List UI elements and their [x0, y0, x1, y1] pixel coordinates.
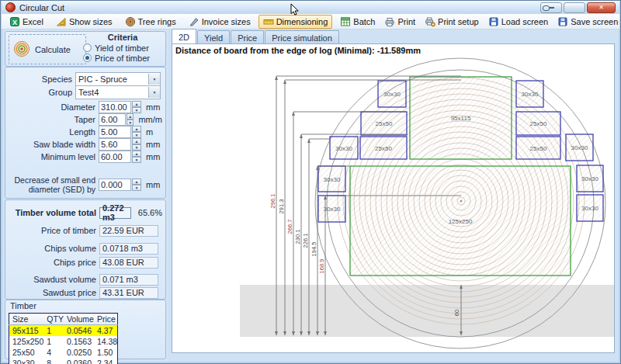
saw-blade-width-input[interactable]: 5.60	[99, 138, 131, 151]
column-header-price[interactable]: Price	[94, 314, 118, 325]
print-setup-button[interactable]: Print setup	[420, 15, 484, 29]
tree-rings-button[interactable]: Tree rings	[120, 15, 181, 29]
window-title: Circular Cut	[19, 3, 64, 12]
svg-text:291.3: 291.3	[278, 199, 285, 214]
svg-text:194.5: 194.5	[310, 242, 317, 257]
timber-volume-percent: 65.6%	[138, 208, 162, 217]
show-sizes-button[interactable]: Show sizes	[51, 15, 117, 29]
svg-text:125x250: 125x250	[449, 218, 473, 225]
batch-icon	[340, 16, 351, 27]
saw-blade-width-label: Saw blade width	[9, 140, 99, 149]
column-header-qty[interactable]: QTY	[43, 314, 64, 325]
radio-price-of-timber[interactable]: Price of timber	[83, 53, 162, 63]
screen: Circular Cut ✕ XExcelShow sizesTree ring…	[0, 0, 621, 364]
print-button[interactable]: Print	[380, 15, 420, 29]
chips-volume-value: 0.0718 m3	[99, 243, 158, 255]
dimensioning-label: Dimensioning	[276, 17, 328, 26]
batch-button[interactable]: Batch	[335, 15, 380, 29]
svg-text:30x30: 30x30	[324, 176, 341, 183]
table-row[interactable]: 25x5040.02501.50	[9, 347, 118, 358]
spin-down-icon[interactable]: ▼	[132, 157, 141, 163]
tab-price-simulation[interactable]: Price simulation	[265, 30, 339, 43]
saw-blade-width-stepper[interactable]: ▲▼	[132, 138, 141, 151]
svg-text:226.1: 226.1	[302, 234, 309, 248]
spin-up-icon[interactable]: ▲	[127, 113, 134, 120]
taper-input[interactable]: 6.00	[99, 113, 126, 126]
spin-down-icon[interactable]: ▼	[132, 144, 141, 151]
taper-stepper[interactable]: ▲▼	[127, 113, 134, 126]
column-header-volume[interactable]: Volume	[64, 314, 94, 325]
spin-up-icon[interactable]: ▲	[132, 126, 141, 132]
diagram-canvas: Distance of board from the edge of log (…	[172, 43, 615, 353]
log-cross-section-diagram: 30x3095x11530x3025x5025x5030x3025x5025x5…	[172, 44, 614, 352]
calculate-button[interactable]: Calculate	[9, 34, 86, 64]
taper-label: Taper	[9, 115, 99, 124]
invoice-sizes-button[interactable]: Invoice sizes	[184, 15, 255, 29]
table-row[interactable]: 95x11510.05464.37	[9, 325, 118, 337]
excel-label: Excel	[23, 17, 43, 26]
calculate-icon	[12, 40, 31, 60]
saw-blade-width-unit: mm	[146, 140, 160, 149]
spin-up-icon[interactable]: ▲	[132, 179, 141, 185]
titlebar: Circular Cut ✕	[2, 1, 619, 14]
main-panel: 2DYieldPricePrice simulation Distance of…	[169, 29, 619, 362]
tab-price[interactable]: Price	[231, 30, 264, 43]
spin-down-icon[interactable]: ▼	[132, 107, 141, 113]
svg-text:25x50: 25x50	[375, 145, 392, 152]
radio-icon[interactable]	[83, 43, 92, 52]
print-setup-label: Print setup	[438, 17, 479, 26]
print-label: Print	[397, 17, 415, 26]
tab-2d[interactable]: 2D	[172, 29, 196, 43]
table-row[interactable]: 125x25010.156314.38	[9, 336, 118, 347]
tree-rings-icon	[125, 16, 136, 27]
group-label: Group	[9, 88, 75, 97]
spin-down-icon[interactable]: ▼	[127, 120, 134, 126]
maximize-button[interactable]	[564, 2, 585, 13]
timber-volume-total-value: 0.272 m3	[99, 207, 131, 219]
parameters-box: SpeciesPIC - Spruce▼GroupTest4▼Diameter3…	[5, 67, 166, 199]
timber-table: SizeQTYVolumePrice95x11510.05464.37125x2…	[9, 313, 118, 364]
sawdust-price-label: Sawdust price	[9, 288, 99, 297]
group-select[interactable]: Test4▼	[75, 85, 161, 99]
svg-text:30x30: 30x30	[324, 206, 341, 213]
minimum-level-stepper[interactable]: ▲▼	[132, 151, 141, 163]
radio-yield-of-timber[interactable]: Yield of timber	[83, 43, 162, 53]
minimum-level-input[interactable]: 60.00	[99, 151, 131, 163]
excel-button[interactable]: XExcel	[5, 15, 48, 29]
decrease-of-small-end-diameter-sed-by-stepper[interactable]: ▲▼	[132, 179, 141, 191]
length-input[interactable]: 5.00	[99, 126, 131, 138]
print-icon	[384, 16, 395, 27]
species-label: Species	[9, 75, 75, 84]
spin-up-icon[interactable]: ▲	[132, 151, 141, 157]
length-stepper[interactable]: ▲▼	[132, 126, 141, 138]
svg-text:60: 60	[453, 310, 460, 316]
diameter-label: Diameter	[9, 102, 99, 112]
spin-up-icon[interactable]: ▲	[132, 101, 141, 107]
diameter-input[interactable]: 310.00	[99, 101, 131, 113]
tab-strip: 2DYieldPricePrice simulation	[172, 29, 340, 43]
chevron-down-icon[interactable]: ▼	[148, 87, 160, 98]
chevron-down-icon[interactable]: ▼	[148, 74, 160, 85]
load-screen-icon	[488, 16, 499, 27]
load-screen-button[interactable]: Load screen	[484, 15, 553, 29]
save-screen-button[interactable]: Save screen	[553, 15, 621, 29]
decrease-of-small-end-diameter-sed-by-input[interactable]: 0.000	[99, 179, 131, 191]
radio-icon[interactable]	[83, 54, 92, 62]
column-header-size[interactable]: Size	[9, 314, 44, 325]
criteria-box: Calculate Criteria Yield of timberPrice …	[5, 31, 166, 67]
totals-box: Timber volume total0.272 m365.6%Price of…	[5, 199, 166, 300]
close-button[interactable]: ✕	[587, 2, 616, 13]
chips-price-value: 43.08 EUR	[99, 257, 158, 269]
spin-up-icon[interactable]: ▲	[132, 138, 141, 144]
app-icon	[5, 2, 16, 12]
spin-down-icon[interactable]: ▼	[132, 132, 141, 138]
table-row[interactable]: 30x3080.03602.34	[9, 358, 118, 364]
svg-text:95x115: 95x115	[451, 115, 471, 122]
species-select[interactable]: PIC - Spruce▼	[75, 72, 161, 86]
tab-yield[interactable]: Yield	[197, 30, 230, 43]
svg-text:30x30: 30x30	[571, 144, 588, 151]
price-of-timber-label: Price of timber	[9, 226, 99, 235]
diameter-stepper[interactable]: ▲▼	[132, 101, 141, 113]
spin-down-icon[interactable]: ▼	[132, 185, 141, 191]
chips-volume-label: Chips volume	[9, 244, 99, 253]
